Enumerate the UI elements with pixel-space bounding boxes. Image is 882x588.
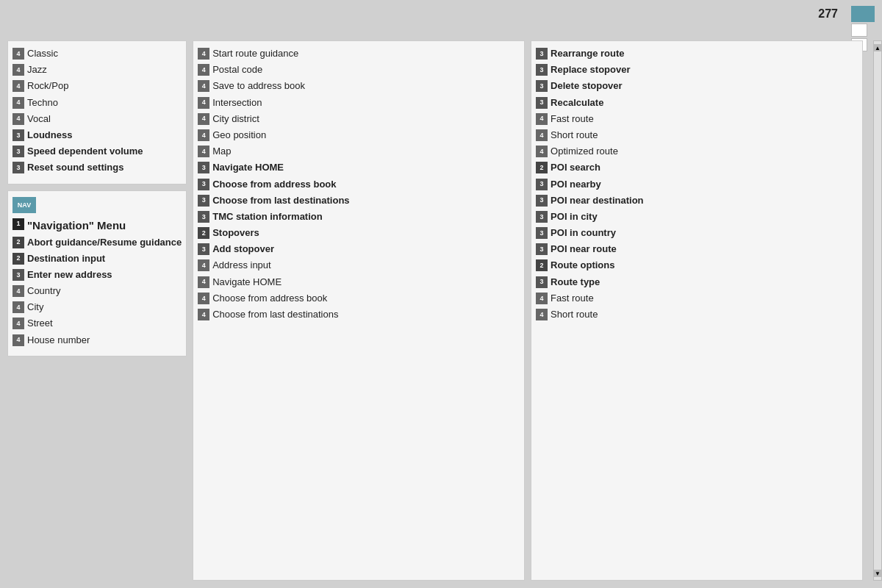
item-label: Delete stopover [551, 79, 623, 93]
badge: 3 [536, 195, 548, 207]
item-label: Choose from address book [212, 178, 336, 191]
top-box-teal [851, 6, 875, 22]
badge: 3 [12, 162, 24, 173]
scrollbar[interactable]: ▲ ▼ [873, 40, 882, 581]
item-label: Navigate HOME [212, 276, 282, 289]
badge: 4 [12, 318, 24, 329]
item-label: Jazz [27, 63, 47, 76]
checkbox-1[interactable] [851, 24, 867, 37]
list-item: 4 House number [12, 334, 182, 347]
item-label: Techno [27, 96, 58, 110]
scroll-down-button[interactable]: ▼ [874, 570, 881, 577]
item-label: Enter new address [27, 268, 112, 282]
item-label: Add stopover [212, 243, 274, 256]
list-item: 4 Choose from last destinations [198, 308, 520, 321]
nav-title-item: 1 "Navigation" Menu [12, 218, 182, 233]
page-number: 277 [818, 7, 838, 21]
nav-icon-label: NAV [18, 201, 31, 209]
badge: 3 [198, 195, 209, 207]
item-label: Start route guidance [212, 47, 298, 60]
badge: 3 [536, 48, 548, 60]
badge: 3 [536, 276, 548, 288]
nav-title-label: "Navigation" Menu [27, 218, 126, 233]
list-item: 4 Street [12, 317, 182, 330]
list-item: 4 City district [198, 112, 520, 126]
item-label: Loudness [27, 129, 72, 142]
right-column: 3 Rearrange route 3 Replace stopover 3 D… [531, 40, 863, 581]
badge: 3 [198, 179, 209, 190]
item-label: TMC station information [212, 210, 323, 223]
list-item: 4 Short route [536, 129, 858, 142]
audio-menu-box: 4 Classic 4 Jazz 4 Rock/Pop 4 Techno 4 V… [7, 40, 187, 184]
item-label: Abort guidance/Resume guidance [27, 236, 182, 249]
list-item: 3 Delete stopover [536, 79, 858, 93]
list-item: 4 Vocal [12, 112, 182, 126]
list-item: 3 POI in city [536, 210, 858, 223]
list-item: 4 Rock/Pop [12, 79, 182, 93]
item-label: Short route [551, 129, 598, 142]
badge: 3 [198, 243, 209, 255]
list-item: 2 Stopovers [198, 226, 520, 240]
item-label: Optimized route [551, 145, 618, 158]
item-label: Postal code [212, 63, 262, 76]
item-label: Address input [212, 259, 271, 272]
list-item: 4 Classic [12, 47, 182, 60]
badge: 4 [198, 309, 209, 320]
list-item: 4 Choose from address book [198, 292, 520, 305]
item-label: Speed dependent volume [27, 145, 143, 158]
item-label: Stopovers [212, 226, 259, 240]
item-label: Choose from address book [212, 292, 327, 305]
badge: 4 [198, 276, 209, 288]
badge: 3 [536, 97, 548, 109]
badge: 1 [12, 218, 24, 230]
badge: 4 [198, 146, 209, 157]
list-item: 4 Map [198, 145, 520, 158]
list-item: 3 POI nearby [536, 178, 858, 191]
item-label: POI search [551, 161, 600, 174]
badge: 2 [536, 162, 548, 173]
item-label: Country [27, 284, 61, 298]
item-label: POI nearby [551, 178, 601, 191]
middle-column: 4 Start route guidance 4 Postal code 4 S… [193, 40, 525, 581]
item-label: Vocal [27, 112, 51, 126]
item-label: Route type [551, 276, 600, 289]
badge: 4 [12, 285, 24, 297]
list-item: 3 POI near destination [536, 194, 858, 207]
badge: 2 [12, 237, 24, 248]
badge: 4 [12, 301, 24, 313]
badge: 4 [198, 293, 209, 304]
badge: 4 [198, 259, 209, 271]
left-column: 4 Classic 4 Jazz 4 Rock/Pop 4 Techno 4 V… [7, 40, 187, 581]
scroll-up-button[interactable]: ▲ [874, 44, 881, 51]
item-label: Replace stopover [551, 63, 630, 76]
badge: 3 [12, 269, 24, 281]
list-item: 3 Rearrange route [536, 47, 858, 60]
list-item: 3 Add stopover [198, 243, 520, 256]
badge: 4 [198, 97, 209, 109]
list-item: 4 Fast route [536, 292, 858, 305]
list-item: 3 POI in country [536, 226, 858, 240]
list-item: 4 Address input [198, 259, 520, 272]
item-label: Choose from last destinations [212, 194, 349, 207]
badge: 3 [536, 227, 548, 239]
list-item: 3 Replace stopover [536, 63, 858, 76]
list-item: 4 Short route [536, 308, 858, 321]
list-item: 4 Fast route [536, 112, 858, 126]
list-item: 4 Jazz [12, 63, 182, 76]
badge: 4 [12, 64, 24, 76]
list-item: 4 City [12, 301, 182, 314]
item-label: Fast route [551, 292, 594, 305]
item-label: Save to address book [212, 79, 305, 93]
badge: 4 [12, 80, 24, 92]
item-label: House number [27, 334, 90, 347]
badge: 4 [12, 97, 24, 109]
list-item: 3 Choose from address book [198, 178, 520, 191]
item-label: POI in city [551, 210, 598, 223]
badge: 3 [198, 162, 209, 173]
item-label: City district [212, 112, 259, 126]
list-item: 4 Save to address book [198, 79, 520, 93]
item-label: POI near route [551, 243, 617, 256]
item-label: Short route [551, 308, 598, 321]
item-label: Choose from last destinations [212, 308, 338, 321]
badge: 3 [536, 179, 548, 190]
